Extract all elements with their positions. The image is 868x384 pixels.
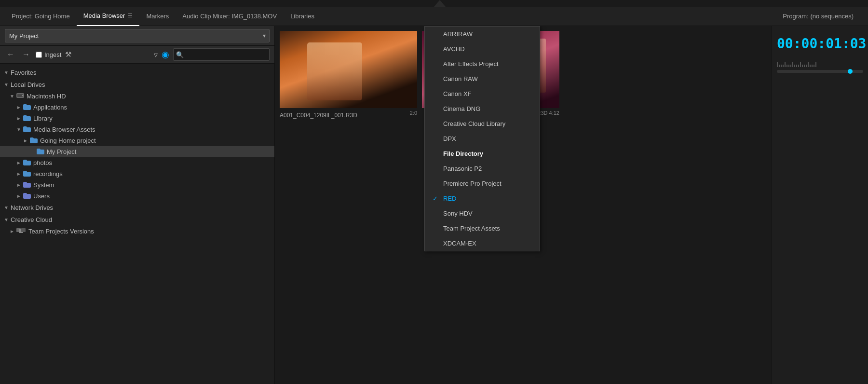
dropdown-item-arriraw[interactable]: ARRIRAW xyxy=(425,27,540,41)
thumb-img-1 xyxy=(280,31,417,108)
team-projects-item[interactable]: ► Team Projects Versions xyxy=(0,226,274,237)
tab-audio-clip-mixer[interactable]: Audio Clip Mixer: IMG_0138.MOV xyxy=(176,7,284,26)
my-project-item[interactable]: My Project xyxy=(0,146,274,157)
dropdown-item-file-directory[interactable]: File Directory xyxy=(425,146,540,161)
creative-cloud-arrow: ▼ xyxy=(4,217,11,222)
tick-20 xyxy=(815,62,816,67)
svg-point-2 xyxy=(22,95,24,96)
tab-libraries[interactable]: Libraries xyxy=(284,7,321,26)
dropdown-item-cinema-dng[interactable]: Cinema DNG xyxy=(425,101,540,116)
my-project-folder-icon xyxy=(37,148,44,156)
going-home-folder-icon xyxy=(30,137,38,145)
tick-14 xyxy=(804,65,805,67)
tick-19 xyxy=(814,65,814,67)
going-home-arrow: ► xyxy=(23,138,30,143)
tick-16 xyxy=(808,62,809,67)
photos-item[interactable]: ► photos xyxy=(0,157,274,168)
tick-4 xyxy=(785,62,786,67)
timecode-display: 00:00:01:03 xyxy=(772,26,868,56)
timeline-scrub xyxy=(772,56,868,78)
search-icon: 🔍 xyxy=(176,51,184,58)
filter-dropdown: ARRIRAW AVCHD After Effects Project Cano… xyxy=(424,26,540,251)
macintosh-hd-item[interactable]: ▼ Macintosh HD xyxy=(0,91,274,102)
recordings-item[interactable]: ► recordings xyxy=(0,168,274,179)
svg-rect-5 xyxy=(21,228,26,232)
media-browser-assets-icon xyxy=(23,125,31,134)
check-premiere-pro xyxy=(433,180,439,187)
local-drives-arrow: ▼ xyxy=(4,82,11,87)
check-dpx xyxy=(433,135,439,142)
main-area: My Project ← → Ingest ⚒ ▿ ◉ 🔍 ▼ xyxy=(0,26,868,384)
check-xdcam-ex xyxy=(433,240,439,247)
library-folder-icon xyxy=(23,114,31,123)
scrub-bar[interactable] xyxy=(777,70,863,73)
forward-button[interactable]: → xyxy=(20,49,32,60)
scrub-thumb[interactable] xyxy=(848,69,853,74)
local-drives-section[interactable]: ▼ Local Drives xyxy=(0,79,274,91)
tick-12 xyxy=(800,62,801,67)
recordings-arrow: ► xyxy=(16,171,23,177)
dropdown-item-red[interactable]: ✓ RED xyxy=(425,191,540,206)
users-item[interactable]: ► Users xyxy=(0,191,274,202)
check-panasonic xyxy=(433,165,439,172)
photos-folder-icon xyxy=(23,159,31,167)
tab-markers[interactable]: Markers xyxy=(139,7,176,26)
tab-media-browser[interactable]: Media Browser ☰ xyxy=(77,7,140,26)
dropdown-item-after-effects[interactable]: After Effects Project xyxy=(425,56,540,71)
dropdown-item-dpx[interactable]: DPX xyxy=(425,131,540,146)
check-canon-raw xyxy=(433,75,439,82)
project-select[interactable]: My Project xyxy=(5,29,270,42)
users-arrow: ► xyxy=(16,193,23,199)
dropdown-item-creative-cloud[interactable]: Creative Cloud Library xyxy=(425,116,540,131)
check-arriraw xyxy=(433,30,439,38)
program-label: Program: (no sequences) xyxy=(783,13,863,20)
eye-button[interactable]: ◉ xyxy=(162,49,169,60)
ingest-checkbox[interactable]: Ingest xyxy=(36,51,61,58)
dropdown-item-sony-hdv[interactable]: Sony HDV xyxy=(425,206,540,221)
network-drives-section[interactable]: ▼ Network Drives xyxy=(0,202,274,214)
file-tree: ▼ Favorites ▼ Local Drives ▼ Macintosh H… xyxy=(0,64,274,384)
ingest-checkbox-input[interactable] xyxy=(36,52,42,58)
back-button[interactable]: ← xyxy=(5,49,16,60)
dropdown-item-panasonic[interactable]: Panasonic P2 xyxy=(425,161,540,176)
tick-9 xyxy=(794,65,795,67)
tab-project[interactable]: Project: Going Home xyxy=(5,7,77,26)
team-projects-icon xyxy=(16,227,26,235)
favorites-section[interactable]: ▼ Favorites xyxy=(0,67,274,79)
dropdown-item-premiere-pro[interactable]: Premiere Pro Project xyxy=(425,176,540,191)
applications-arrow: ► xyxy=(16,105,23,110)
tick-11 xyxy=(798,65,799,67)
settings-button[interactable]: ⚒ xyxy=(65,50,71,59)
program-panel: 00:00:01:03 xyxy=(772,26,868,384)
library-item[interactable]: ► Library xyxy=(0,113,274,124)
going-home-project-item[interactable]: ► Going Home project xyxy=(0,135,274,146)
filter-button[interactable]: ▿ xyxy=(154,50,158,59)
tick-8 xyxy=(792,62,793,67)
menu-icon: ☰ xyxy=(128,13,133,19)
thumb-item-1[interactable]: A001_C004_1209IL_001.R3D 2:0 xyxy=(280,31,417,119)
nav-toolbar: ← → Ingest ⚒ ▿ ◉ 🔍 xyxy=(0,46,274,64)
system-arrow: ► xyxy=(16,182,23,188)
media-browser-assets-item[interactable]: ▼ Media Browser Assets xyxy=(0,124,274,135)
tick-1 xyxy=(779,65,780,67)
applications-item[interactable]: ► Applications xyxy=(0,102,274,113)
tick-17 xyxy=(810,65,811,67)
check-cinema-dng xyxy=(433,105,439,112)
tick-2 xyxy=(781,65,782,67)
sidebar: My Project ← → Ingest ⚒ ▿ ◉ 🔍 ▼ xyxy=(0,26,275,384)
project-select-wrap: My Project xyxy=(5,29,270,42)
dropdown-item-team-project[interactable]: Team Project Assets xyxy=(425,221,540,236)
dropdown-item-canon-raw[interactable]: Canon RAW xyxy=(425,71,540,86)
tick-10 xyxy=(796,65,797,67)
dropdown-item-xdcam-ex[interactable]: XDCAM-EX xyxy=(425,236,540,251)
dropdown-item-canon-xf[interactable]: Canon XF xyxy=(425,86,540,101)
system-item[interactable]: ► System xyxy=(0,179,274,191)
creative-cloud-section[interactable]: ▼ Creative Cloud xyxy=(0,214,274,226)
dropdown-item-avchd[interactable]: AVCHD xyxy=(425,41,540,56)
check-creative-cloud xyxy=(433,120,439,127)
tick-5 xyxy=(787,65,787,67)
media-browser-assets-arrow: ▼ xyxy=(16,127,23,132)
search-wrap: 🔍 xyxy=(173,48,270,61)
search-input[interactable] xyxy=(173,48,270,61)
check-after-effects xyxy=(433,60,439,68)
